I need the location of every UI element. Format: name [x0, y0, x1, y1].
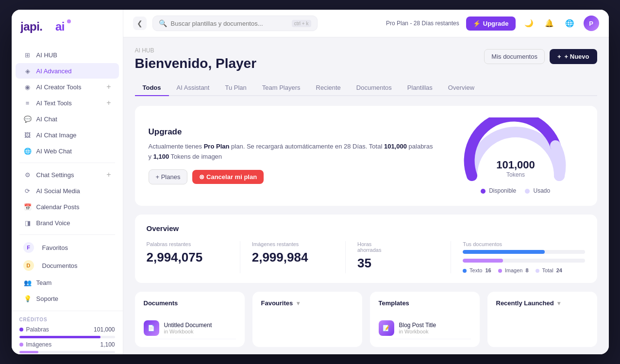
sidebar-item-label: AI Advanced	[36, 67, 72, 75]
legend-imagen: Imagen 8	[498, 267, 529, 273]
page-content: AI HUB Bienvenido, Player Mis documentos…	[123, 37, 609, 354]
language-icon[interactable]: 🌐	[563, 17, 577, 30]
search-input[interactable]	[171, 20, 288, 27]
nuevo-button[interactable]: + + Nuevo	[550, 49, 597, 64]
templates-card: Templates 📝 Blog Post Title in Workbook	[370, 292, 480, 347]
tab-ai-assistant[interactable]: AI Assistant	[169, 80, 218, 96]
sidebar-item-calendar-posts[interactable]: 📅 Calendar Posts	[16, 199, 119, 215]
sidebar-item-label: Favoritos	[42, 244, 68, 251]
sidebar-item-label: AI Web Chat	[36, 148, 72, 155]
credits-label: CRÉDITOS	[19, 317, 115, 322]
sidebar-item-ai-hub[interactable]: ⊞ AI HUB	[16, 47, 119, 63]
tab-reciente[interactable]: Reciente	[308, 80, 349, 96]
sidebar-item-ai-advanced[interactable]: ◈ AI Advanced	[16, 63, 119, 79]
sidebar-item-team[interactable]: 👥 Team	[16, 275, 119, 290]
imagenes-bar-wrap	[19, 351, 115, 353]
gauge-wrap: 101,000 Tokens Disponible Usado	[448, 117, 584, 194]
credit-imagenes-value: 1,100	[100, 341, 115, 348]
palabras-dot	[19, 328, 23, 331]
svg-text:Tokens: Tokens	[506, 171, 524, 178]
upgrade-info: Upgrade Actualmente tienes Pro Plan plan…	[149, 127, 438, 185]
tab-team-players[interactable]: Team Players	[254, 80, 308, 96]
collapse-button[interactable]: ❮	[133, 17, 147, 30]
cancel-plan-button[interactable]: ⊗ Cancelar mi plan	[192, 170, 264, 184]
sidebar-item-label: AI Chat	[36, 116, 57, 123]
tab-documentos[interactable]: Documentos	[349, 80, 400, 96]
page-tabs: Todos AI Assistant Tu Plan Team Players …	[135, 80, 597, 96]
sidebar-item-label: AI HUB	[36, 51, 57, 59]
doc-item[interactable]: 📄 Untitled Document in Workbook	[144, 317, 236, 339]
tab-overview[interactable]: Overview	[440, 80, 482, 96]
stat-horas-label: Horasahorradas	[357, 241, 439, 253]
sidebar-item-favoritos[interactable]: F Favoritos	[16, 239, 119, 256]
gauge-chart: 101,000 Tokens	[462, 117, 569, 185]
palabras-bar	[19, 336, 101, 338]
stat-palabras-value: 2,994,075	[147, 250, 228, 265]
sidebar-item-documentos[interactable]: D Documentos	[16, 257, 119, 274]
template-sub: in Workbook	[399, 329, 471, 334]
plus-icon: +	[557, 53, 561, 60]
upgrade-button[interactable]: ⚡ Upgrade	[466, 17, 516, 31]
user-avatar[interactable]: P	[584, 16, 599, 31]
image-icon: 🖼	[23, 131, 32, 139]
doc-icon: 📄	[144, 320, 159, 336]
upgrade-text: Actualmente tienes Pro Plan plan. Se rec…	[149, 142, 438, 162]
share-icon: ⟳	[23, 186, 32, 195]
sidebar-item-label: AI Text Tools	[36, 99, 72, 107]
sidebar-item-label: Documentos	[42, 262, 78, 269]
legend-total: Total 24	[536, 267, 562, 273]
template-info: Blog Post Title in Workbook	[399, 322, 471, 334]
calendar-icon: 📅	[23, 202, 32, 211]
stat-imagenes-value: 2,999,984	[252, 250, 334, 265]
breadcrumb: AI HUB	[135, 47, 257, 54]
header-actions: Mis documentos + + Nuevo	[484, 47, 597, 64]
overview-title: Overview	[147, 224, 586, 232]
team-icon: 👥	[23, 278, 32, 287]
settings-icon: ⚙	[23, 170, 32, 179]
upgrade-title: Upgrade	[149, 127, 438, 137]
tab-tu-plan[interactable]: Tu Plan	[217, 80, 254, 96]
tab-plantillas[interactable]: Plantillas	[400, 80, 440, 96]
search-shortcut: ctrl + k	[292, 20, 311, 27]
support-icon: 💡	[23, 294, 32, 303]
plus-icon: +	[106, 170, 111, 179]
stat-horas-value: 35	[357, 256, 439, 271]
credit-palabras-row: Palabras 101,000	[19, 326, 115, 333]
notifications-icon[interactable]: 🔔	[543, 17, 556, 30]
sidebar-footer: CRÉDITOS Palabras 101,000 Imágenes 1,100	[12, 311, 123, 354]
sidebar-item-brand-voice[interactable]: ◨ Brand Voice	[16, 215, 119, 231]
sidebar-item-ai-web-chat[interactable]: 🌐 AI Web Chat	[16, 143, 119, 159]
search-bar: 🔍 ctrl + k	[152, 16, 318, 31]
sidebar-item-label: Calendar Posts	[36, 203, 80, 211]
main-content: ❮ 🔍 ctrl + k Pro Plan - 28 Días restante…	[123, 10, 609, 354]
stat-horas: Horasahorradas 35	[357, 241, 451, 273]
template-item[interactable]: 📝 Blog Post Title in Workbook	[379, 317, 471, 339]
sidebar-item-ai-social-media[interactable]: ⟳ AI Social Media	[16, 183, 119, 199]
legend-used: Usado	[525, 187, 550, 194]
mis-documentos-button[interactable]: Mis documentos	[484, 49, 545, 64]
sidebar-item-chat-settings[interactable]: ⚙ Chat Settings +	[16, 167, 119, 182]
plus-icon: +	[106, 99, 111, 107]
tab-todos[interactable]: Todos	[135, 80, 169, 96]
sidebar-item-label: AI Social Media	[36, 187, 80, 195]
templates-card-title: Templates	[379, 299, 409, 307]
doc-bar-title: Tus documentos	[463, 241, 585, 247]
texto-dot	[463, 269, 467, 273]
lines-icon: ≡	[23, 99, 32, 107]
planes-button[interactable]: + Planes	[149, 169, 188, 184]
chevron-down-icon: ▾	[297, 300, 300, 307]
template-icon: 📝	[379, 320, 394, 336]
recently-card: Recently Launched ▾	[487, 292, 597, 347]
theme-toggle[interactable]: 🌙	[522, 17, 536, 30]
sidebar-item-ai-text-tools[interactable]: ≡ AI Text Tools +	[16, 95, 119, 111]
sidebar-item-ai-chat-image[interactable]: 🖼 AI Chat Image	[16, 127, 119, 143]
sidebar-item-ai-chat[interactable]: 💬 AI Chat	[16, 111, 119, 127]
upgrade-card: Upgrade Actualmente tienes Pro Plan plan…	[135, 106, 597, 206]
topbar-right: Pro Plan - 28 Días restantes ⚡ Upgrade 🌙…	[386, 16, 599, 31]
sidebar-item-label: Soporte	[36, 295, 59, 302]
sidebar-item-soporte[interactable]: 💡 Soporte	[16, 291, 119, 306]
sidebar-item-label: AI Chat Image	[36, 132, 77, 139]
doc-bar-purple	[463, 259, 503, 263]
sidebar-item-ai-creator-tools[interactable]: ◉ AI Creator Tools +	[16, 79, 119, 95]
nav-divider-2	[19, 234, 115, 235]
